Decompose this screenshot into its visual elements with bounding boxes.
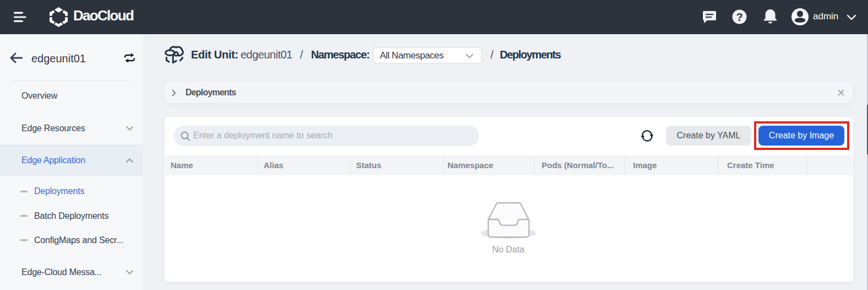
- svg-text:?: ?: [736, 11, 743, 23]
